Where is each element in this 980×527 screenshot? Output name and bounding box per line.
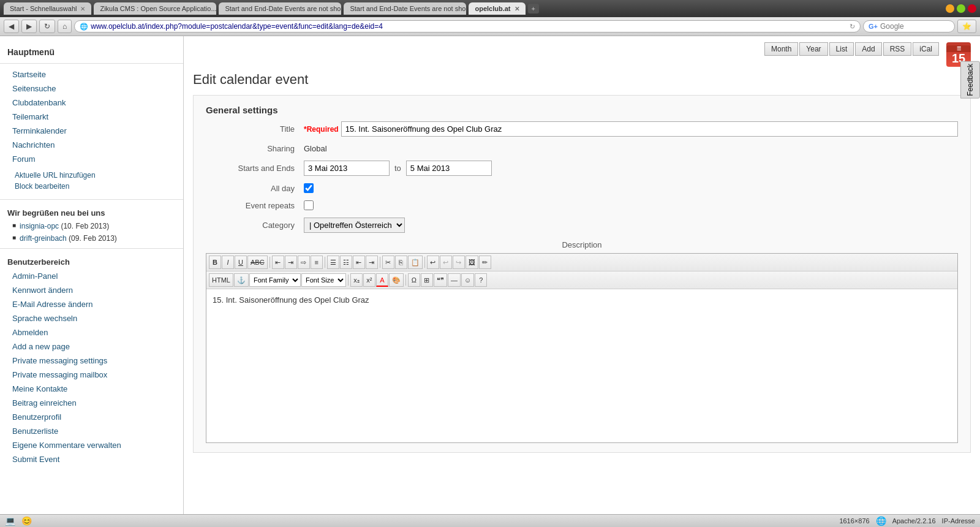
all-day-checkbox[interactable] — [304, 183, 314, 193]
address-input[interactable] — [91, 22, 847, 31]
redo-button[interactable]: ↩ — [440, 256, 452, 269]
tab-2[interactable]: Zikula CMS : Open Source Applicatio... ✕ — [94, 2, 216, 15]
help-button[interactable]: ? — [475, 273, 487, 287]
event-repeats-checkbox[interactable] — [304, 200, 314, 210]
list-button[interactable]: List — [829, 42, 854, 56]
sidebar-item-seitensuche[interactable]: Seitensuche — [0, 82, 183, 96]
required-label: *Required — [304, 125, 339, 134]
sidebar-item-submit-event[interactable]: Submit Event — [0, 452, 183, 466]
tab-4[interactable]: Start and End-Date Events are not sho...… — [344, 2, 466, 15]
tab-1[interactable]: Start - Schnellauswahl ✕ — [4, 2, 91, 15]
date-from-input[interactable] — [304, 161, 390, 176]
sidebar-item-beitrag[interactable]: Beitrag einreichen — [0, 396, 183, 410]
ical-button[interactable]: iCal — [913, 42, 939, 56]
redo2-button[interactable]: ↪ — [453, 256, 465, 269]
maximize-button[interactable] — [957, 4, 965, 13]
sidebar-item-kommentare[interactable]: Eigene Kommentare verwalten — [0, 438, 183, 452]
home-button[interactable]: ⌂ — [58, 20, 72, 33]
table-button[interactable]: ⊞ — [421, 273, 433, 287]
sidebar-item-kennwort[interactable]: Kennwort ändern — [0, 283, 183, 297]
sidebar-item-nachrichten[interactable]: Nachrichten — [0, 138, 183, 152]
underline-button[interactable]: U — [235, 256, 247, 269]
sidebar-link-add-url[interactable]: Aktuelle URL hinzufügen — [7, 170, 176, 181]
feedback-button[interactable]: Feedback — [960, 61, 980, 99]
search-input[interactable] — [880, 22, 941, 31]
tab-3[interactable]: Start and End-Date Events are not sho...… — [219, 2, 341, 15]
special-char-button[interactable]: Ω — [408, 273, 420, 287]
html-button[interactable]: HTML — [209, 273, 233, 287]
year-button[interactable]: Year — [799, 42, 827, 56]
new-user-2-link[interactable]: drift-greinbach — [20, 234, 67, 243]
minimize-button[interactable] — [946, 4, 954, 13]
align-left-button[interactable]: ⇤ — [272, 256, 284, 269]
clear-button[interactable]: ✏ — [479, 256, 491, 269]
rss-button[interactable]: RSS — [883, 42, 912, 56]
sidebar-item-clubdatenbank[interactable]: Clubdatenbank — [0, 96, 183, 110]
hr-button[interactable]: — — [448, 273, 461, 287]
page-wrapper: Hauptmenü Startseite Seitensuche Clubdat… — [0, 36, 980, 526]
refresh-icon[interactable]: ↻ — [850, 23, 855, 31]
date-to-input[interactable] — [406, 161, 492, 176]
align-justify-button[interactable]: ≡ — [311, 256, 323, 269]
tab-1-close[interactable]: ✕ — [80, 6, 85, 12]
subscript-button[interactable]: x₂ — [350, 273, 363, 287]
bookmark-button[interactable]: ⭐ — [957, 20, 976, 33]
sidebar-item-startseite[interactable]: Startseite — [0, 67, 183, 82]
sidebar-item-email[interactable]: E-Mail Adresse ändern — [0, 297, 183, 311]
sidebar-item-sprache[interactable]: Sprache wechseln — [0, 311, 183, 325]
superscript-button[interactable]: x² — [363, 273, 375, 287]
paste-button[interactable]: 📋 — [408, 256, 423, 269]
sidebar-item-kontakte[interactable]: Meine Kontakte — [0, 382, 183, 396]
new-tab-button[interactable]: + — [528, 4, 539, 13]
cut-button[interactable]: ✂ — [382, 256, 394, 269]
server-icon: 🌐 — [876, 516, 886, 526]
search-bar[interactable]: G+ — [863, 20, 955, 32]
address-bar[interactable]: 🌐 ↻ — [74, 20, 861, 32]
title-input[interactable] — [341, 121, 958, 137]
emotion-button[interactable]: ☺ — [461, 273, 474, 287]
sidebar-item-abmelden[interactable]: Abmelden — [0, 325, 183, 339]
sidebar-item-private-mailbox[interactable]: Private messaging mailbox — [0, 368, 183, 382]
editor-body[interactable]: 15. Int. Saisoneröffnung des Opel Club G… — [206, 289, 957, 442]
strikethrough-button[interactable]: ABC — [247, 256, 268, 269]
bold-button[interactable]: B — [209, 256, 221, 269]
italic-button[interactable]: I — [222, 256, 234, 269]
status-icon-1: 💻 — [5, 516, 15, 526]
new-user-1-link[interactable]: insignia-opc — [20, 222, 59, 230]
list-unordered-button[interactable]: ☰ — [327, 256, 339, 269]
back-button[interactable]: ◀ — [4, 20, 19, 33]
reload-button[interactable]: ↻ — [39, 20, 55, 33]
sidebar-item-terminkalender[interactable]: Terminkalender — [0, 124, 183, 138]
title-bar: Start - Schnellauswahl ✕ Zikula CMS : Op… — [0, 0, 980, 17]
sidebar-link-block-edit[interactable]: Block bearbeiten — [7, 181, 176, 192]
indent-button[interactable]: ⇥ — [366, 256, 378, 269]
align-right-button[interactable]: ⇨ — [298, 256, 310, 269]
category-select[interactable]: | Opeltreffen Österreich — [304, 218, 405, 233]
copy-button[interactable]: ⎘ — [395, 256, 407, 269]
sidebar-item-teilemarkt[interactable]: Teilemarkt — [0, 110, 183, 124]
event-repeats-row: Event repeats — [206, 200, 958, 210]
sidebar-item-benutzerliste[interactable]: Benutzerliste — [0, 424, 183, 438]
forward-button[interactable]: ▶ — [21, 20, 37, 33]
font-family-select[interactable]: Font Family — [249, 273, 301, 287]
bg-color-button[interactable]: 🎨 — [389, 273, 404, 287]
sidebar-item-admin-panel[interactable]: Admin-Panel — [0, 269, 183, 283]
close-button[interactable] — [968, 4, 976, 13]
outdent-button[interactable]: ⇤ — [353, 256, 365, 269]
list-ordered-button[interactable]: ☷ — [340, 256, 352, 269]
quote-button[interactable]: ❝❞ — [434, 273, 447, 287]
sidebar-item-private-settings[interactable]: Private messaging settings — [0, 354, 183, 368]
anchor-button[interactable]: ⚓ — [234, 273, 249, 287]
text-color-button[interactable]: A — [376, 273, 388, 287]
tab-5[interactable]: opelclub.at ✕ — [469, 2, 525, 15]
sidebar-item-add-page[interactable]: Add a new page — [0, 339, 183, 354]
sidebar-item-benutzerprofil[interactable]: Benutzerprofil — [0, 410, 183, 424]
add-button[interactable]: Add — [855, 42, 881, 56]
undo-button[interactable]: ↩ — [427, 256, 439, 269]
tab-5-close[interactable]: ✕ — [514, 6, 519, 12]
align-center-button[interactable]: ⇥ — [285, 256, 297, 269]
image-button[interactable]: 🖼 — [466, 256, 478, 269]
month-button[interactable]: Month — [764, 42, 798, 56]
sidebar-item-forum[interactable]: Forum — [0, 152, 183, 166]
font-size-select[interactable]: Font Size — [301, 273, 346, 287]
